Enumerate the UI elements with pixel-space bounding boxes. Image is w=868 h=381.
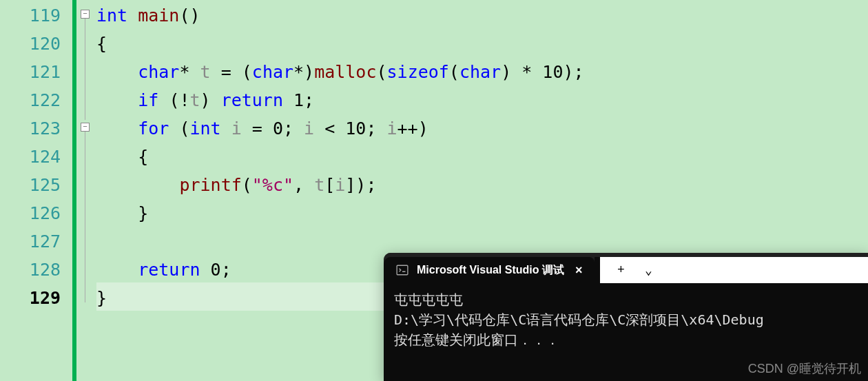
line-number[interactable]: 121	[0, 58, 72, 86]
svg-rect-0	[397, 265, 408, 275]
line-number[interactable]: 123	[0, 114, 72, 143]
outline-guide	[85, 19, 85, 120]
terminal-line: 屯屯屯屯屯	[394, 290, 858, 310]
line-number[interactable]: 122	[0, 86, 72, 114]
line-number-gutter: 119 120 121 122 123 124 125 126 127 128 …	[0, 0, 72, 381]
line-number[interactable]: 128	[0, 256, 72, 284]
code-line: char* t = (char*)malloc(sizeof(char) * 1…	[96, 58, 868, 86]
terminal-titlebar[interactable]: Microsoft Visual Studio 调试 × + ⌄	[384, 253, 868, 283]
line-number-active[interactable]: 129	[0, 284, 72, 312]
line-number[interactable]: 124	[0, 143, 72, 171]
fold-toggle-icon[interactable]: −	[81, 123, 90, 132]
terminal-line: D:\学习\代码仓库\C语言代码仓库\C深剖项目\x64\Debug	[394, 310, 858, 330]
outline-guide	[85, 132, 85, 302]
code-line: }	[96, 199, 868, 227]
close-icon[interactable]: ×	[572, 263, 586, 278]
terminal-tab-title: Microsoft Visual Studio 调试	[417, 263, 564, 278]
terminal-tab[interactable]: Microsoft Visual Studio 调试 ×	[384, 257, 595, 283]
code-line: int main()	[96, 1, 868, 30]
code-line: for (int i = 0; i < 10; i++)	[96, 114, 868, 143]
terminal-output[interactable]: 屯屯屯屯屯 D:\学习\代码仓库\C语言代码仓库\C深剖项目\x64\Debug…	[384, 283, 868, 357]
line-number[interactable]: 127	[0, 227, 72, 256]
watermark: CSDN @睡觉待开机	[748, 360, 861, 377]
line-number[interactable]: 120	[0, 30, 72, 58]
new-tab-button[interactable]: +	[607, 257, 634, 283]
code-line: {	[96, 143, 868, 171]
line-number[interactable]: 125	[0, 171, 72, 199]
fold-toggle-icon[interactable]: −	[81, 10, 90, 19]
code-line	[96, 227, 868, 256]
line-number[interactable]: 119	[0, 1, 72, 30]
code-line: if (!t) return 1;	[96, 86, 868, 114]
fold-margin: − −	[72, 0, 96, 381]
code-line: printf("%c", t[i]);	[96, 171, 868, 199]
terminal-icon	[396, 264, 409, 276]
code-line: {	[96, 30, 868, 58]
terminal-tab-actions: + ⌄	[600, 257, 868, 283]
tab-menu-chevron-icon[interactable]: ⌄	[634, 257, 662, 283]
terminal-line: 按任意键关闭此窗口．．．	[394, 330, 858, 350]
line-number[interactable]: 126	[0, 199, 72, 227]
change-indicator	[72, 0, 76, 381]
